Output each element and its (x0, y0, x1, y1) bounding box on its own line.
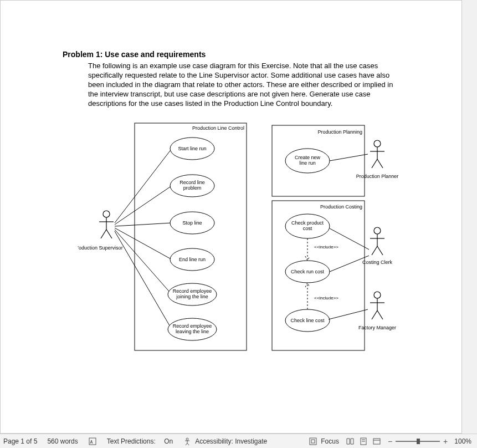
actor-production-supervisor (99, 211, 114, 238)
svg-line-52 (377, 310, 383, 319)
zoom-level[interactable]: 100% (454, 437, 471, 445)
actor-production-planner-label: Production Planner (356, 174, 399, 179)
status-bar: Page 1 of 5 560 words Text Predictions: … (0, 434, 477, 448)
assoc-planner-create (330, 154, 368, 161)
svg-text:problem: problem (183, 185, 202, 191)
status-word-count[interactable]: 560 words (47, 437, 78, 445)
read-mode-icon[interactable] (346, 437, 355, 446)
status-text-predictions[interactable]: Text Predictions: On (107, 437, 173, 445)
spellcheck-icon (88, 437, 97, 446)
heading-problem-1: Problem 1: Use case and requirements (63, 50, 206, 59)
body-paragraph: The following is an example use case dia… (88, 61, 398, 108)
uc-stop-line: Stop line (170, 212, 214, 234)
use-case-diagram: Production Line Control Production Plann… (75, 121, 413, 354)
document-content: Problem 1: Use case and requirements The… (0, 0, 462, 434)
vertical-scrollbar[interactable] (462, 0, 477, 434)
svg-text:line run: line run (299, 160, 316, 166)
zoom-out-button[interactable]: − (388, 437, 392, 446)
actor-factory-manager (370, 292, 384, 319)
svg-text:Record line: Record line (179, 180, 205, 185)
svg-line-5 (115, 231, 172, 329)
uc-create-new-line-run: Create new line run (285, 149, 330, 173)
status-accessibility[interactable]: Accessibility: Investigate (183, 437, 267, 446)
actor-costing-clerk (370, 227, 384, 255)
svg-line-42 (377, 159, 383, 168)
svg-line-47 (377, 246, 383, 255)
svg-text:Check line cost: Check line cost (290, 318, 325, 323)
svg-rect-55 (310, 438, 316, 445)
uc-record-employee-join: Record employee joining the line (168, 283, 217, 306)
svg-line-1 (115, 186, 172, 225)
boundary-costing-label: Production Costing (320, 204, 362, 210)
zoom-in-button[interactable]: + (443, 437, 448, 446)
assoc-manager-line (329, 309, 368, 319)
svg-text:cost: cost (303, 226, 312, 231)
svg-text:Check run cost: Check run cost (291, 269, 325, 274)
svg-text:Record employee: Record employee (173, 323, 212, 329)
uc-check-product-cost: Check product cost (285, 214, 330, 238)
svg-line-36 (101, 230, 106, 238)
focus-mode-button[interactable]: Focus (309, 437, 339, 446)
svg-line-46 (372, 246, 377, 255)
zoom-control[interactable]: − + (388, 437, 448, 446)
print-layout-icon[interactable] (359, 437, 368, 446)
svg-line-51 (372, 310, 377, 319)
svg-line-2 (115, 223, 172, 226)
focus-label: Focus (321, 437, 339, 445)
supervisor-associations (115, 149, 172, 329)
boundary-planning-label: Production Planning (317, 129, 362, 135)
svg-point-48 (374, 292, 381, 298)
stereotype-include-2: <<include>> (314, 296, 338, 301)
svg-text:Create new: Create new (295, 155, 321, 160)
status-accessibility-label: Accessibility: Investigate (195, 437, 267, 445)
svg-line-3 (115, 228, 172, 259)
status-spellcheck[interactable] (88, 437, 97, 446)
actor-factory-manager-label: Factory Manager (358, 325, 396, 330)
svg-point-43 (374, 227, 381, 234)
svg-rect-56 (311, 440, 315, 443)
include-product-to-run (305, 238, 310, 261)
svg-line-41 (372, 159, 377, 168)
zoom-slider-thumb[interactable] (417, 439, 420, 444)
uc-check-run-cost: Check run cost (285, 261, 330, 283)
boundary-line-control-label: Production Line Control (192, 125, 244, 131)
svg-text:leaving the line: leaving the line (176, 329, 209, 334)
svg-line-0 (115, 149, 172, 223)
svg-line-37 (106, 230, 112, 238)
svg-text:Stop line: Stop line (182, 220, 202, 226)
actor-costing-clerk-label: Costing Clerk (362, 259, 393, 265)
uc-record-line-problem: Record line problem (170, 175, 214, 197)
include-line-to-run (305, 283, 310, 309)
web-layout-icon[interactable] (372, 437, 381, 446)
svg-point-54 (186, 438, 188, 440)
zoom-slider-track[interactable] (396, 441, 440, 442)
status-text-predictions-label: Text Predictions: (107, 437, 156, 445)
svg-rect-53 (89, 438, 96, 445)
uc-record-employee-leave: Record employee leaving the line (168, 318, 217, 340)
svg-text:Check product: Check product (291, 220, 324, 226)
uc-check-line-cost: Check line cost (285, 309, 330, 332)
svg-text:Start line run: Start line run (178, 146, 206, 151)
svg-point-33 (103, 211, 110, 217)
svg-point-38 (374, 140, 381, 147)
status-text-predictions-value: On (164, 437, 173, 445)
accessibility-icon (183, 437, 192, 446)
svg-text:joining the line: joining the line (176, 294, 208, 299)
status-page[interactable]: Page 1 of 5 (3, 437, 37, 445)
actor-production-supervisor-label: 'oduction Supervisor (78, 245, 122, 251)
focus-icon (309, 437, 317, 446)
uc-start-line-run: Start line run (170, 138, 214, 160)
stereotype-include-1: <<include>> (314, 245, 338, 250)
svg-line-4 (115, 230, 172, 294)
uc-end-line-run: End line run (170, 248, 214, 271)
svg-rect-60 (373, 439, 380, 444)
svg-text:End line run: End line run (179, 257, 206, 262)
svg-text:Record employee: Record employee (173, 288, 212, 294)
actor-production-planner (370, 140, 384, 168)
